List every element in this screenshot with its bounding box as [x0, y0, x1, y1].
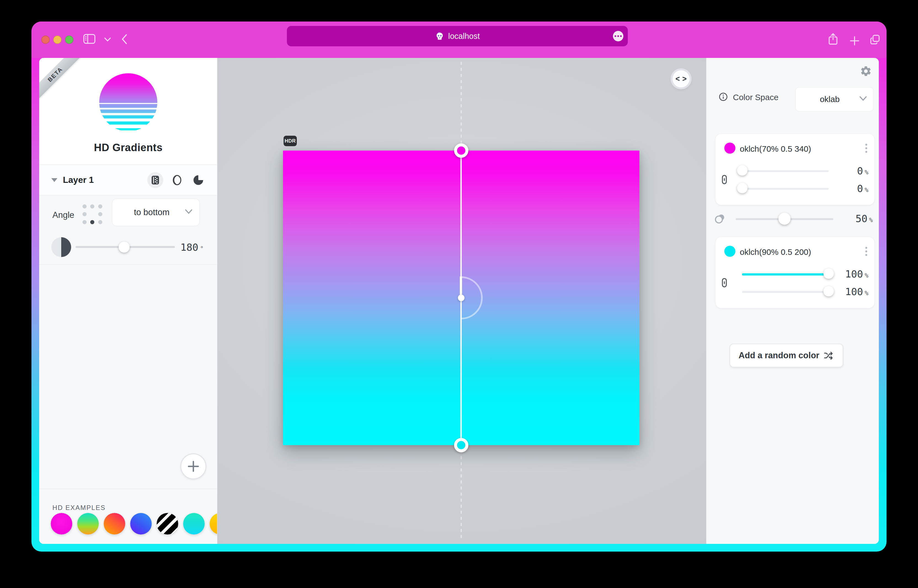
- linear-gradient-icon: [150, 174, 161, 186]
- stop-slider-value-2: 100%: [845, 286, 868, 297]
- color-stop-value: oklch(90% 0.5 200): [740, 247, 811, 257]
- stop-menu-kebab-icon[interactable]: [864, 142, 868, 154]
- example-swatch-pink-orange[interactable]: [104, 513, 125, 535]
- color-stop-value: oklch(70% 0.5 340): [740, 144, 811, 153]
- settings-gear-icon[interactable]: [860, 65, 872, 77]
- code-close-bracket: >: [682, 75, 687, 83]
- browser-window: localhost: [31, 21, 887, 552]
- layer-name: Layer 1: [63, 175, 94, 185]
- example-swatch-magenta[interactable]: [51, 513, 72, 535]
- stop-slider-value-1: 0%: [857, 165, 868, 176]
- radial-gradient-icon: [171, 174, 183, 186]
- gradient-type-linear-button[interactable]: [147, 172, 163, 188]
- stop-slider-thumb-1[interactable]: [737, 165, 748, 176]
- link-channels-icon[interactable]: [719, 174, 730, 185]
- site-favicon-skull: [435, 31, 444, 41]
- stop-slider-value-2: 0%: [857, 183, 868, 194]
- color-stop-swatch[interactable]: [724, 246, 735, 257]
- show-code-button[interactable]: < >: [672, 70, 690, 87]
- conic-gradient-icon: [192, 174, 204, 186]
- screenshot-stage: localhost: [0, 0, 918, 588]
- browser-toolbar: localhost: [31, 21, 887, 58]
- color-panel: Color Space oklab oklch(70% 0.5 340): [706, 58, 879, 544]
- direction-dot-grid[interactable]: [81, 202, 104, 226]
- back-button-icon[interactable]: [120, 33, 130, 45]
- hd-examples-label: HD EXAMPLES: [52, 504, 106, 512]
- tab-overview-icon[interactable]: [869, 34, 881, 46]
- link-channels-icon[interactable]: [719, 277, 730, 288]
- share-icon[interactable]: [827, 32, 839, 46]
- address-bar[interactable]: localhost: [287, 26, 628, 46]
- app-logo-retro-sun: [96, 70, 160, 134]
- stop-slider-track-1[interactable]: [742, 170, 829, 172]
- stop-slider-track-1[interactable]: [742, 273, 829, 276]
- color-space-value: oklab: [820, 95, 840, 104]
- minimize-window-button[interactable]: [53, 36, 61, 44]
- direction-value: to bottom: [134, 207, 170, 217]
- layer-header-row: Layer 1: [39, 165, 217, 195]
- chevron-down-icon: [859, 96, 867, 102]
- layer-disclosure-triangle-icon[interactable]: [51, 178, 57, 182]
- stop-slider-track-2[interactable]: [742, 188, 829, 190]
- logo-area: HD Gradients BETA: [39, 58, 217, 165]
- new-tab-plus-icon[interactable]: [849, 35, 860, 46]
- color-stop-swatch[interactable]: [724, 142, 735, 153]
- app-title: HD Gradients: [39, 142, 217, 153]
- add-layer-button[interactable]: [180, 454, 206, 479]
- stop-slider-value-1: 100%: [845, 268, 868, 279]
- info-icon[interactable]: [719, 92, 728, 102]
- color-stop-card-1: oklch(70% 0.5 340) 0% 0%: [715, 134, 875, 205]
- midpoint-slider-thumb[interactable]: [778, 213, 790, 225]
- code-open-bracket: <: [676, 75, 680, 83]
- color-space-label: Color Space: [733, 93, 778, 102]
- url-text: localhost: [448, 32, 480, 41]
- gradient-type-conic-button[interactable]: [190, 172, 206, 188]
- sidebar-toggle-icon[interactable]: [83, 33, 96, 45]
- example-swatch-teal-green-orange[interactable]: [77, 513, 99, 535]
- angle-dial-icon: [51, 237, 71, 257]
- angle-controls-section: Angle to bottom 180°: [39, 195, 217, 265]
- shuffle-icon: [824, 350, 834, 361]
- color-stop-card-2: oklch(90% 0.5 200) 100% 100%: [715, 237, 875, 309]
- left-sidebar: HD Gradients BETA Layer 1: [39, 58, 217, 544]
- angle-slider-thumb[interactable]: [119, 242, 130, 253]
- page-more-button[interactable]: [613, 31, 624, 41]
- window-controls: [41, 36, 73, 44]
- start-color-handle[interactable]: [454, 144, 469, 158]
- stop-slider-thumb-2[interactable]: [823, 286, 834, 297]
- stop-slider-thumb-1[interactable]: [823, 268, 834, 279]
- stop-slider-track-2[interactable]: [742, 291, 829, 293]
- stop-menu-kebab-icon[interactable]: [864, 246, 868, 257]
- angle-value: 180°: [180, 242, 204, 253]
- example-swatch-bw-stripes[interactable]: [157, 513, 178, 535]
- hd-gradients-app: HD Gradients BETA Layer 1: [39, 58, 879, 544]
- midpoint-handle[interactable]: [458, 294, 464, 301]
- direction-select[interactable]: to bottom: [112, 199, 200, 226]
- end-color-handle[interactable]: [454, 438, 469, 452]
- gradient-type-radial-button[interactable]: [169, 172, 185, 188]
- chevron-down-icon: [184, 209, 193, 215]
- beta-ribbon: BETA: [39, 58, 83, 102]
- gradient-canvas: HDR < >: [217, 58, 706, 544]
- add-random-color-button[interactable]: Add a random color: [730, 344, 843, 367]
- color-space-select[interactable]: oklab: [795, 87, 874, 111]
- midpoint-blend-icon: [714, 212, 726, 225]
- add-random-color-label: Add a random color: [739, 351, 819, 360]
- midpoint-value: 50%: [855, 213, 873, 224]
- angle-label: Angle: [52, 210, 74, 220]
- example-swatch-blue-violet[interactable]: [130, 513, 152, 535]
- close-window-button[interactable]: [41, 36, 50, 44]
- toolbar-chevron-down-icon[interactable]: [104, 37, 112, 42]
- zoom-window-button[interactable]: [65, 36, 73, 44]
- hdr-badge: HDR: [284, 136, 297, 146]
- plus-icon: [187, 460, 199, 472]
- stop-slider-thumb-2[interactable]: [737, 183, 748, 193]
- example-swatch-teal-cyan[interactable]: [183, 513, 205, 535]
